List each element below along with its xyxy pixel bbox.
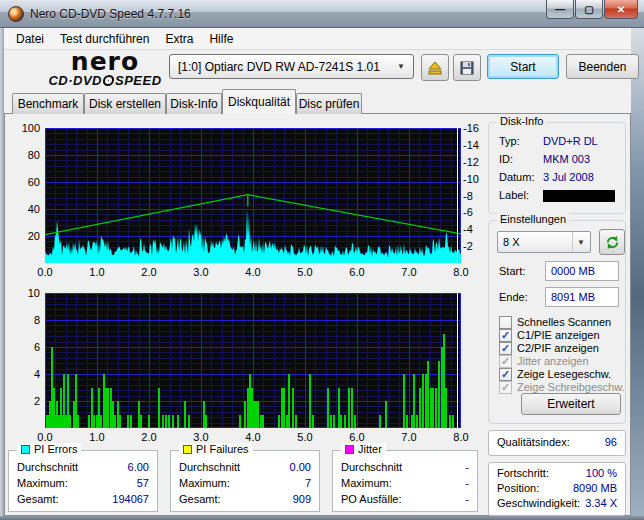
- checkbox-c2-pif-anzeigen[interactable]: ✓C2/PIF anzeigen: [499, 341, 599, 355]
- disk-info-title: Disk-Info: [497, 115, 546, 127]
- checkbox-c1-pie-anzeigen[interactable]: ✓C1/PIE anzeigen: [499, 328, 600, 342]
- checkbox-label: Jitter anzeigen: [517, 355, 589, 367]
- pi-errors-chart: [45, 128, 461, 263]
- scan-start-label: Start:: [499, 265, 525, 277]
- progress-label: Position:: [497, 482, 539, 494]
- disk-info-row: Label:: [499, 189, 617, 202]
- checkbox-box[interactable]: ✓: [499, 329, 512, 342]
- nero-logo: nero CD·DVD SPEED: [30, 51, 180, 88]
- stats-label: Maximum:: [341, 477, 392, 489]
- menu-item-hilfe[interactable]: Hilfe: [201, 29, 241, 49]
- x-tick: 4.0: [237, 431, 269, 443]
- chevron-down-icon: ▼: [397, 62, 405, 71]
- progress-row: Position:8090 MB: [497, 482, 617, 494]
- checkbox-zeige-schreibgeschw-: ✓Zeige Schreibgeschw.: [499, 380, 625, 394]
- checkbox-box[interactable]: ✓: [499, 368, 512, 381]
- checkbox-box[interactable]: [499, 316, 512, 329]
- legend-color-icon: [183, 445, 192, 454]
- stats-value: 194067: [112, 493, 149, 505]
- stats-row: Maximum:57: [17, 477, 149, 489]
- x-tick: 0.0: [29, 431, 61, 443]
- y-right-tick: -6: [463, 206, 473, 218]
- menu-item-extra[interactable]: Extra: [157, 29, 201, 49]
- stats-panel-legend: Jitter: [341, 443, 386, 455]
- scan-end-value: 8091 MB: [551, 291, 595, 303]
- checkbox-box: ✓: [499, 381, 512, 394]
- refresh-icon: [605, 235, 620, 250]
- logo-speed-text: SPEED: [115, 73, 162, 88]
- tab-disk-info[interactable]: Disk-Info: [166, 93, 222, 114]
- tab-disk-erstellen[interactable]: Disk erstellen: [84, 93, 166, 114]
- checkbox-label: Zeige Schreibgeschw.: [517, 381, 625, 393]
- progress-value: 100 %: [586, 467, 617, 479]
- checkbox-label: Zeige Lesegeschw.: [517, 368, 611, 380]
- save-button[interactable]: [453, 54, 481, 81]
- progress-row: Fortschritt:100 %: [497, 467, 617, 479]
- stats-value: 0.00: [290, 461, 311, 473]
- maximize-button[interactable]: ▢: [575, 0, 603, 19]
- quit-button-label: Beenden: [578, 60, 626, 74]
- tab-diskqualit-t[interactable]: Diskqualität: [222, 89, 296, 114]
- scan-start-field[interactable]: 0000 MB: [545, 261, 619, 281]
- stats-label: Maximum:: [179, 477, 230, 489]
- y-left-tick: 100: [12, 122, 40, 134]
- window-frame-right: [631, 28, 644, 520]
- drive-select-value: [1:0] Optiarc DVD RW AD-7241S 1.01: [178, 60, 380, 74]
- checkbox-zeige-lesegeschw-[interactable]: ✓Zeige Lesegeschw.: [499, 367, 611, 381]
- stats-label: Durchschnitt: [17, 461, 78, 473]
- tab-strip: BenchmarkDisk erstellenDisk-InfoDiskqual…: [4, 88, 631, 114]
- save-icon: [459, 60, 475, 76]
- quit-button[interactable]: Beenden: [566, 54, 639, 79]
- checkbox-box[interactable]: ✓: [499, 342, 512, 355]
- settings-group: Einstellungen 8 X ▼ Start: 0000 MB Ende:…: [488, 220, 626, 424]
- tab-disc-pr-fen[interactable]: Disc prüfen: [296, 93, 362, 114]
- x-tick: 3.0: [185, 266, 217, 278]
- y-right-tick: -12: [463, 156, 479, 168]
- eject-button[interactable]: [421, 54, 449, 81]
- disk-label-redacted: [543, 190, 615, 202]
- disk-info-label: Typ:: [499, 135, 543, 147]
- x-tick: 1.0: [81, 431, 113, 443]
- scan-end-field[interactable]: 8091 MB: [545, 287, 619, 307]
- window-frame-bottom: [0, 516, 644, 520]
- x-tick: 3.0: [185, 431, 217, 443]
- drive-select[interactable]: [1:0] Optiarc DVD RW AD-7241S 1.01 ▼: [169, 54, 414, 79]
- checkbox-label: Schnelles Scannen: [517, 316, 611, 328]
- tab-benchmark[interactable]: Benchmark: [12, 93, 84, 114]
- disc-icon: [102, 75, 115, 86]
- advanced-button[interactable]: Erweitert: [521, 393, 621, 415]
- title-bar[interactable]: Nero CD-DVD Speed 4.7.7.16 — ▢ ✕: [0, 0, 644, 28]
- stats-row: Gesamt:909: [179, 493, 311, 505]
- x-tick: 0.0: [29, 266, 61, 278]
- menu-item-datei[interactable]: Datei: [8, 29, 52, 49]
- y-right-tick: -14: [463, 139, 479, 151]
- refresh-button[interactable]: [599, 229, 625, 255]
- x-tick: 2.0: [133, 266, 165, 278]
- stats-value: -: [465, 477, 469, 489]
- scan-speed-value: 8 X: [503, 236, 520, 248]
- stats-row: PO Ausfälle:-: [341, 493, 469, 505]
- close-button[interactable]: ✕: [604, 0, 638, 19]
- scan-speed-select[interactable]: 8 X ▼: [497, 231, 591, 253]
- advanced-button-label: Erweitert: [547, 397, 594, 411]
- disk-info-row: Datum:3 Jul 2008: [499, 171, 617, 183]
- y-left-tick: 80: [12, 149, 40, 161]
- checkbox-schnelles-scannen[interactable]: Schnelles Scannen: [499, 315, 611, 329]
- y-right-tick: -16: [463, 122, 479, 134]
- stats-row: Durchschnitt6.00: [17, 461, 149, 473]
- x-tick: 6.0: [341, 266, 373, 278]
- stats-label: Durchschnitt: [341, 461, 402, 473]
- menu-item-test-durchf-hren[interactable]: Test durchführen: [52, 29, 157, 49]
- progress-box: Fortschritt:100 %Position:8090 MBGeschwi…: [488, 462, 626, 516]
- y-left-tick: 40: [12, 203, 40, 215]
- checkbox-label: C2/PIF anzeigen: [517, 342, 599, 354]
- x-tick: 4.0: [237, 266, 269, 278]
- stats-panel-legend: PI Failures: [179, 443, 253, 455]
- app-window: Nero CD-DVD Speed 4.7.7.16 — ▢ ✕ DateiTe…: [0, 0, 644, 520]
- stats-row: Gesamt:194067: [17, 493, 149, 505]
- legend-color-icon: [345, 445, 354, 454]
- x-tick: 7.0: [393, 431, 425, 443]
- minimize-button[interactable]: —: [546, 0, 574, 19]
- stats-label: PO Ausfälle:: [341, 493, 402, 505]
- start-button[interactable]: Start: [487, 54, 559, 79]
